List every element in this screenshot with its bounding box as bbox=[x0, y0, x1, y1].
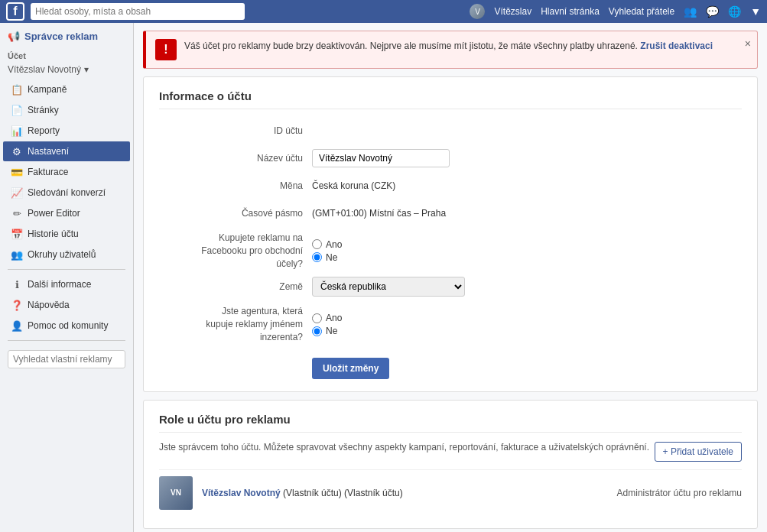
sidebar-account-label: Účet bbox=[0, 45, 133, 62]
search-input[interactable] bbox=[31, 3, 245, 20]
kampane-icon: 📋 bbox=[11, 83, 23, 96]
sidebar-item-fakturace[interactable]: 💳 Fakturace bbox=[3, 162, 130, 182]
alert-close-button[interactable]: × bbox=[745, 37, 751, 50]
sidebar-user-name[interactable]: Vítězslav Novotný ▾ bbox=[0, 62, 133, 79]
agency-label: Jste agentura, která kupuje reklamy jmén… bbox=[159, 305, 312, 343]
facebook-logo[interactable]: f bbox=[6, 2, 24, 21]
alert-cancel-link[interactable]: Zrušit deaktivaci bbox=[640, 41, 713, 51]
id-label: ID účtu bbox=[159, 125, 312, 138]
roles-description: Jste správcem toho účtu. Můžete spravova… bbox=[159, 440, 649, 454]
nastaveni-icon: ⚙ bbox=[11, 145, 23, 157]
buying-label: Kupujete reklamu na Facebooku pro obchod… bbox=[159, 232, 312, 270]
nav-find-friends-link[interactable]: Vyhledat přátele bbox=[609, 6, 674, 17]
search-ads-input[interactable] bbox=[8, 350, 125, 368]
sidebar-item-nastaveni[interactable]: ⚙ Nastavení bbox=[3, 141, 130, 161]
roles-section: Role u účtu pro reklamu Jste správcem to… bbox=[143, 400, 758, 529]
buying-ano-option[interactable]: Ano bbox=[312, 239, 342, 250]
alert-icon: ! bbox=[155, 39, 177, 60]
buying-ne-option[interactable]: Ne bbox=[312, 252, 342, 263]
form-row-agency: Jste agentura, která kupuje reklamy jmén… bbox=[159, 305, 742, 343]
form-row-country: Země Česká republika bbox=[159, 276, 742, 297]
avatar: V bbox=[470, 4, 485, 19]
user-avatar: VN bbox=[159, 476, 193, 510]
sidebar-item-stranky[interactable]: 📄 Stránky bbox=[3, 100, 130, 120]
globe-icon[interactable]: 🌐 bbox=[728, 5, 741, 18]
sidebar-item-okruhy[interactable]: 👥 Okruhy uživatelů bbox=[3, 245, 130, 264]
friends-icon[interactable]: 👥 bbox=[684, 5, 697, 18]
sidebar-item-label: Kampaně bbox=[28, 84, 67, 95]
country-select[interactable]: Česká republika bbox=[312, 277, 465, 297]
sidebar-item-label: Fakturace bbox=[28, 167, 68, 177]
form-row-timezone: Časové pásmo (GMT+01:00) Místní čas – Pr… bbox=[159, 203, 742, 224]
sidebar-divider-2 bbox=[8, 340, 125, 341]
country-label: Země bbox=[159, 281, 312, 294]
agency-ne-radio[interactable] bbox=[312, 326, 322, 336]
buying-ne-radio[interactable] bbox=[312, 252, 322, 262]
sidebar-item-kampane[interactable]: 📋 Kampaně bbox=[3, 79, 130, 99]
pomoc-icon: 👤 bbox=[11, 320, 23, 332]
timezone-label: Časové pásmo bbox=[159, 207, 312, 220]
sidebar-item-label: Nastavení bbox=[28, 146, 69, 157]
agency-ano-radio[interactable] bbox=[312, 313, 322, 323]
content-area: ! Váš účet pro reklamy bude brzy deaktiv… bbox=[134, 23, 767, 532]
ads-manager-icon: 📢 bbox=[8, 31, 20, 42]
sidebar-item-historie[interactable]: 📅 Historie účtu bbox=[3, 224, 130, 244]
sidebar-item-dalsi[interactable]: ℹ Další informace bbox=[3, 274, 130, 294]
save-button[interactable]: Uložit změny bbox=[312, 358, 389, 379]
dalsi-icon: ℹ bbox=[11, 278, 23, 290]
okruhy-icon: 👥 bbox=[11, 248, 23, 261]
name-label: Název účtu bbox=[159, 152, 312, 165]
sidebar-item-power-editor[interactable]: ✏ Power Editor bbox=[3, 203, 130, 223]
account-info-section: Informace o účtu ID účtu Název účtu Měna… bbox=[143, 76, 758, 392]
name-input[interactable] bbox=[312, 149, 450, 167]
fakturace-icon: 💳 bbox=[11, 166, 23, 178]
chat-icon[interactable]: 💬 bbox=[706, 5, 719, 18]
napoveda-icon: ❓ bbox=[11, 299, 23, 311]
sidebar-manager-header[interactable]: 📢 Správce reklam bbox=[0, 23, 133, 45]
user-role-label: (Vlastník účtu) bbox=[283, 488, 342, 498]
user-name-role: Vítězslav Novotný (Vlastník účtu) (Vlast… bbox=[202, 488, 403, 498]
user-owner-label: (Vlastník účtu) bbox=[344, 488, 403, 498]
form-row-name: Název účtu bbox=[159, 148, 742, 169]
nav-home-link[interactable]: Hlavní stránka bbox=[541, 6, 600, 17]
reporty-icon: 📊 bbox=[11, 125, 23, 137]
sidebar-item-label: Další informace bbox=[28, 279, 91, 290]
agency-ne-option[interactable]: Ne bbox=[312, 326, 342, 336]
buying-ano-radio[interactable] bbox=[312, 239, 322, 249]
sidebar-item-pomoc[interactable]: 👤 Pomoc od komunity bbox=[3, 316, 130, 336]
roles-title: Role u účtu pro reklamu bbox=[159, 413, 742, 433]
sidebar-item-label: Nápověda bbox=[28, 300, 70, 310]
buying-radio-group: Ano Ne bbox=[312, 239, 342, 263]
user-name[interactable]: Vítězslav Novotný bbox=[202, 488, 281, 498]
sidebar-manager-label: Správce reklam bbox=[24, 31, 98, 42]
sidebar-item-label: Sledování konverzí bbox=[28, 187, 106, 198]
currency-value: Česká koruna (CZK) bbox=[312, 180, 395, 191]
role-user-row: VN Vítězslav Novotný (Vlastník účtu) (Vl… bbox=[159, 469, 742, 516]
nav-right: V Vítězslav Hlavní stránka Vyhledat přát… bbox=[470, 4, 761, 19]
sidebar-divider bbox=[8, 269, 125, 270]
nav-username[interactable]: Vítězslav bbox=[494, 6, 531, 17]
form-row-id: ID účtu bbox=[159, 120, 742, 141]
sidebar-item-sledovani[interactable]: 📈 Sledování konverzí bbox=[3, 183, 130, 203]
sidebar-item-label: Reporty bbox=[28, 125, 60, 136]
menu-icon[interactable]: ▼ bbox=[750, 5, 761, 18]
sidebar-item-label: Historie účtu bbox=[28, 229, 79, 239]
power-editor-icon: ✏ bbox=[11, 207, 23, 219]
currency-label: Měna bbox=[159, 180, 312, 193]
alert-banner: ! Váš účet pro reklamy bude brzy deaktiv… bbox=[143, 31, 758, 69]
historie-icon: 📅 bbox=[11, 228, 23, 240]
stranky-icon: 📄 bbox=[11, 104, 23, 116]
roles-header-row: Jste správcem toho účtu. Můžete spravova… bbox=[159, 440, 742, 463]
agency-radio-group: Ano Ne bbox=[312, 313, 342, 336]
add-user-button[interactable]: + Přidat uživatele bbox=[655, 442, 742, 462]
account-info-title: Informace o účtu bbox=[159, 89, 742, 109]
sidebar-item-label: Power Editor bbox=[28, 208, 80, 219]
agency-ano-option[interactable]: Ano bbox=[312, 313, 342, 323]
main-layout: 📢 Správce reklam Účet Vítězslav Novotný … bbox=[0, 23, 767, 532]
admin-label: Administrátor účtu pro reklamu bbox=[617, 488, 742, 498]
timezone-value: (GMT+01:00) Místní čas – Praha bbox=[312, 208, 446, 219]
sledovani-icon: 📈 bbox=[11, 187, 23, 199]
form-row-buying: Kupujete reklamu na Facebooku pro obchod… bbox=[159, 232, 742, 270]
sidebar-item-reporty[interactable]: 📊 Reporty bbox=[3, 121, 130, 141]
sidebar-item-napoveda[interactable]: ❓ Nápověda bbox=[3, 295, 130, 315]
